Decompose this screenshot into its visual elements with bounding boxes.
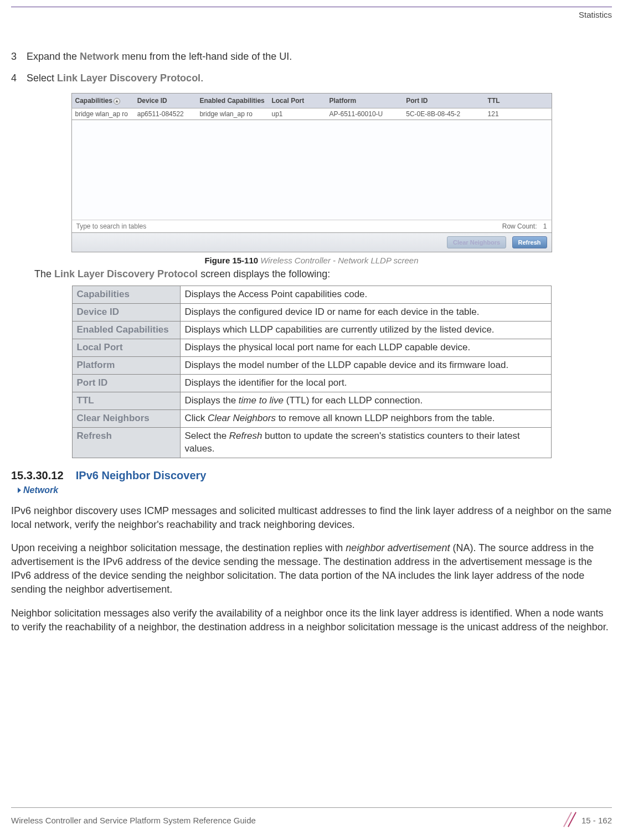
desc-cell: Displays the Access Point capabilities c… [180, 286, 551, 304]
text: Select [27, 72, 57, 84]
row-count-label: Row Count: [502, 222, 537, 230]
table-row: Local PortDisplays the physical local po… [72, 339, 551, 357]
section-heading: 15.3.30.12 IPv6 Neighbor Discovery [11, 469, 612, 482]
cell-local-port: up1 [268, 108, 326, 120]
arrow-icon [18, 488, 21, 493]
cell-capabilities: bridge wlan_ap ro [71, 108, 134, 120]
step-text: Select Link Layer Discovery Protocol. [27, 71, 612, 85]
paragraph-3: Neighbor solicitation messages also veri… [11, 606, 612, 634]
term-cell: Platform [72, 357, 180, 375]
screenshot: Capabilities▲ Device ID Enabled Capabili… [71, 93, 552, 252]
bold-term: Network [80, 51, 119, 62]
header-section: Statistics [579, 10, 612, 19]
row-count: Row Count: 1 [502, 222, 547, 230]
figure-label: Figure 15-110 [204, 256, 258, 265]
step-number: 4 [11, 71, 19, 85]
page-footer: Wireless Controller and Service Platform… [11, 807, 612, 828]
figure-title: Wireless Controller - Network LLDP scree… [260, 256, 418, 265]
col-local-port[interactable]: Local Port [268, 94, 326, 108]
table-row: CapabilitiesDisplays the Access Point ca… [72, 286, 551, 304]
text: menu from the left-hand side of the UI. [119, 51, 292, 62]
table-row: Port IDDisplays the identifier for the l… [72, 375, 551, 392]
col-enabled-caps[interactable]: Enabled Capabilities [196, 94, 268, 108]
footer-guide-title: Wireless Controller and Service Platform… [11, 816, 256, 825]
cell-ttl: 121 [485, 108, 552, 120]
row-count-value: 1 [543, 222, 547, 230]
paragraph-1: IPv6 neighbor discovery uses ICMP messag… [11, 504, 612, 532]
text: The [34, 268, 54, 279]
desc-cell: Displays the model number of the LLDP ca… [180, 357, 551, 375]
term-cell: Port ID [72, 375, 180, 392]
table-row: RefreshSelect the Refresh button to upda… [72, 427, 551, 458]
desc-cell: Displays the configured device ID or nam… [180, 304, 551, 322]
figure-caption: Figure 15-110 Wireless Controller - Netw… [11, 256, 612, 265]
term-cell: Clear Neighbors [72, 409, 180, 427]
breadcrumb-label: Network [23, 485, 58, 495]
table-row: PlatformDisplays the model number of the… [72, 357, 551, 375]
col-ttl[interactable]: TTL [485, 94, 552, 108]
term-cell: TTL [72, 392, 180, 410]
table-header-row: Capabilities▲ Device ID Enabled Capabili… [71, 94, 552, 108]
term-cell: Device ID [72, 304, 180, 322]
step-number: 3 [11, 50, 19, 64]
cell-enabled-caps: bridge wlan_ap ro [196, 108, 268, 120]
search-input[interactable] [76, 222, 187, 230]
header-rule [11, 7, 612, 7]
term-cell: Local Port [72, 339, 180, 357]
cell-port-id: 5C-0E-8B-08-45-2 [403, 108, 484, 120]
col-port-id[interactable]: Port ID [403, 94, 484, 108]
page-content: 3 Expand the Network menu from the left-… [11, 50, 612, 644]
table-empty-area [71, 120, 552, 220]
text: . [200, 72, 203, 84]
step-text: Expand the Network menu from the left-ha… [27, 50, 612, 64]
desc-cell: Displays the identifier for the local po… [180, 375, 551, 392]
desc-cell: Displays the time to live (TTL) for each… [180, 392, 551, 410]
text: Upon receiving a neighbor solicitation m… [11, 542, 346, 553]
step-3: 3 Expand the Network menu from the left-… [11, 50, 612, 64]
button-bar: Clear Neighbors Refresh [71, 233, 552, 252]
refresh-button[interactable]: Refresh [512, 236, 547, 248]
term-cell: Capabilities [72, 286, 180, 304]
col-capabilities[interactable]: Capabilities▲ [71, 94, 134, 108]
table-row[interactable]: bridge wlan_ap ro ap6511-084522 bridge w… [71, 108, 552, 120]
bold-term: Link Layer Discovery Protocol [57, 72, 200, 84]
step-4: 4 Select Link Layer Discovery Protocol. [11, 71, 612, 85]
definitions-table: CapabilitiesDisplays the Access Point ca… [72, 286, 552, 458]
table-row: Enabled CapabilitiesDisplays which LLDP … [72, 322, 551, 339]
page-number: 15 - 162 [581, 816, 612, 825]
table-footer: Row Count: 1 [71, 220, 552, 233]
cell-platform: AP-6511-60010-U [326, 108, 403, 120]
italic-term: neighbor advertisement [346, 542, 450, 553]
table-row: TTLDisplays the time to live (TTL) for e… [72, 392, 551, 410]
lldp-table: Capabilities▲ Device ID Enabled Capabili… [71, 93, 552, 120]
section-title: IPv6 Neighbor Discovery [76, 469, 207, 481]
breadcrumb[interactable]: Network [18, 485, 612, 495]
desc-cell: Displays which LLDP capabilities are cur… [180, 322, 551, 339]
desc-cell: Select the Refresh button to update the … [180, 427, 551, 458]
intro-line: The Link Layer Discovery Protocol screen… [34, 268, 612, 280]
clear-neighbors-button[interactable]: Clear Neighbors [447, 236, 506, 248]
sort-icon[interactable]: ▲ [114, 98, 120, 105]
page-number-wrap: 15 - 162 [564, 812, 612, 828]
paragraph-2: Upon receiving a neighbor solicitation m… [11, 541, 612, 596]
section-number: 15.3.30.12 [11, 469, 64, 481]
slash-icon [564, 812, 576, 828]
table-row: Clear NeighborsClick Clear Neighbors to … [72, 409, 551, 427]
table-row: Device IDDisplays the configured device … [72, 304, 551, 322]
desc-cell: Displays the physical local port name fo… [180, 339, 551, 357]
desc-cell: Click Clear Neighbors to remove all know… [180, 409, 551, 427]
text: screen displays the following: [198, 268, 330, 279]
text: Expand the [27, 51, 80, 62]
col-platform[interactable]: Platform [326, 94, 403, 108]
term-cell: Refresh [72, 427, 180, 458]
col-device-id[interactable]: Device ID [134, 94, 197, 108]
term-cell: Enabled Capabilities [72, 322, 180, 339]
bold-term: Link Layer Discovery Protocol [54, 268, 198, 279]
cell-device-id: ap6511-084522 [134, 108, 197, 120]
header-label: Capabilities [75, 97, 112, 105]
